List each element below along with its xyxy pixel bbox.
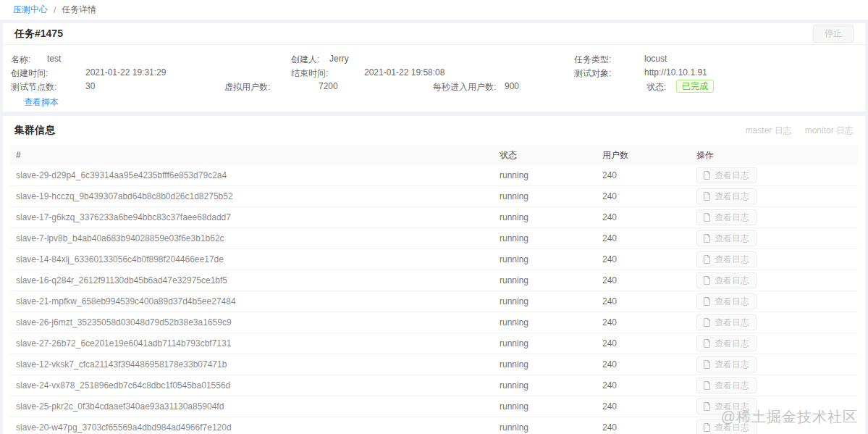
slave-users-cell: 240	[597, 338, 691, 349]
view-log-label: 查看日志	[715, 191, 749, 202]
view-log-button[interactable]: 查看日志	[696, 188, 757, 204]
slave-name-cell: slave-20-w47pg_3703cf65569a4dbd984ad4966…	[10, 422, 494, 433]
view-log-button[interactable]: 查看日志	[696, 314, 757, 330]
breadcrumb-separator: /	[54, 5, 56, 15]
view-log-label: 查看日志	[715, 233, 749, 244]
table-row: slave-21-mpfkw_658eb994539c400a89d37d4b5…	[10, 291, 858, 312]
view-log-button[interactable]: 查看日志	[696, 398, 757, 414]
view-log-button[interactable]: 查看日志	[696, 335, 757, 351]
slave-status-cell: running	[494, 191, 597, 201]
file-icon	[704, 339, 711, 348]
slave-users-cell: 240	[597, 254, 691, 264]
slave-users-cell: 240	[597, 422, 691, 433]
slave-users-cell: 240	[597, 212, 691, 222]
field-test-nodes-value: 30	[85, 81, 95, 91]
monitor-log-button[interactable]: monitor 日志	[805, 125, 854, 137]
file-icon	[704, 255, 711, 264]
view-log-button[interactable]: 查看日志	[696, 377, 757, 393]
master-log-button[interactable]: master 日志	[746, 125, 792, 137]
field-users-per-sec-label: 每秒进入用户数:	[433, 81, 496, 93]
slave-name-cell: slave-16-q284r_2612f91130db45b6ad47e3297…	[10, 275, 494, 285]
file-icon	[704, 171, 711, 180]
table-row: slave-20-w47pg_3703cf65569a4dbd984ad4966…	[10, 417, 858, 434]
table-row: slave-17-g6kzq_3376233a6be94bbc83c37faee…	[10, 207, 858, 228]
view-log-label: 查看日志	[715, 296, 749, 307]
table-row: slave-27-26b72_6ce201e19e6041adb7114b793…	[10, 333, 858, 354]
slave-name-cell: slave-26-j6mzt_35235058d03048d79d52b38e3…	[10, 317, 494, 327]
view-log-button[interactable]: 查看日志	[696, 272, 757, 288]
slave-users-cell: 240	[597, 275, 691, 285]
slave-status-cell: running	[494, 212, 597, 222]
view-log-label: 查看日志	[715, 212, 749, 223]
slave-status-cell: running	[494, 380, 597, 391]
field-task-type-label: 任务类型:	[574, 54, 611, 66]
slave-status-cell: running	[494, 338, 597, 349]
slave-name-cell: slave-19-hcczq_9b439307abd64b8c8b0d26c1d…	[10, 191, 494, 201]
task-detail-card: 任务#1475 停止 名称: test 创建人: Jerry 任务类型: loc…	[3, 23, 865, 112]
field-create-time-value: 2021-01-22 19:31:29	[85, 67, 166, 78]
field-test-target-label: 测试对象:	[574, 67, 611, 80]
table-row: slave-26-j6mzt_35235058d03048d79d52b38e3…	[10, 312, 858, 333]
field-task-type-value: locust	[644, 54, 667, 64]
view-log-button[interactable]: 查看日志	[696, 293, 757, 309]
breadcrumb-current: 任务详情	[62, 4, 96, 16]
view-log-label: 查看日志	[715, 359, 749, 370]
slave-status-cell: running	[494, 401, 597, 412]
field-virtual-users-value: 7200	[319, 81, 338, 91]
view-log-button[interactable]: 查看日志	[696, 167, 757, 183]
file-icon	[704, 423, 711, 432]
field-end-time-value: 2021-01-22 19:58:08	[364, 67, 444, 78]
field-test-target-value: http://10.10.1.91	[644, 67, 707, 78]
field-name-label: 名称:	[11, 54, 30, 66]
view-log-button[interactable]: 查看日志	[696, 420, 757, 434]
stop-button[interactable]: 停止	[813, 25, 854, 43]
field-status-label: 状态:	[646, 81, 666, 93]
view-log-button[interactable]: 查看日志	[696, 209, 757, 225]
view-log-button[interactable]: 查看日志	[696, 230, 757, 246]
table-row: slave-14-84xlj_63360133056c4b0f898f20446…	[10, 249, 858, 270]
table-row: slave-12-vksk7_cfca21143f394486958178e33…	[10, 354, 858, 375]
view-script-link[interactable]: 查看脚本	[24, 96, 59, 109]
col-header-status: 状态	[494, 149, 597, 162]
col-header-action: 操作	[691, 149, 858, 162]
field-virtual-users-label: 虚拟用户数:	[224, 81, 270, 93]
view-log-label: 查看日志	[715, 380, 749, 391]
field-creator-label: 创建人:	[291, 54, 319, 66]
file-icon	[704, 360, 711, 369]
table-row: slave-19-hcczq_9b439307abd64b8c8b0d26c1d…	[10, 186, 858, 207]
slave-name-cell: slave-24-vx878_251896edb7c64c8dbc1f0545b…	[10, 380, 494, 391]
field-test-nodes-label: 测试节点数:	[11, 81, 56, 93]
file-icon	[704, 318, 711, 327]
breadcrumb-link-center[interactable]: 压测中心	[13, 4, 48, 16]
slave-users-cell: 240	[597, 296, 691, 306]
slave-name-cell: slave-27-26b72_6ce201e19e6041adb7114b793…	[10, 338, 494, 349]
slave-users-cell: 240	[597, 233, 691, 243]
slave-name-cell: slave-17-g6kzq_3376233a6be94bbc83c37faee…	[10, 212, 494, 222]
field-users-per-sec-value: 900	[505, 81, 519, 91]
col-header-users: 用户数	[597, 149, 691, 162]
table-body: slave-29-d29p4_6c39314aa95e4235bfff6e853…	[10, 165, 858, 434]
slave-name-cell: slave-7-lpv8b_b4ab40a683b94028859e03f6e3…	[10, 233, 494, 243]
slave-users-cell: 240	[597, 401, 691, 412]
slave-name-cell: slave-29-d29p4_6c39314aa95e4235bfff6e853…	[10, 170, 494, 180]
slave-status-cell: running	[494, 275, 597, 285]
slave-status-cell: running	[494, 359, 597, 370]
breadcrumb: 压测中心 / 任务详情	[0, 0, 868, 20]
slave-status-cell: running	[494, 233, 597, 243]
cluster-info-card: 集群信息 master 日志 monitor 日志 # 状态 用户数 操作 sl…	[3, 116, 865, 434]
slave-name-cell: slave-12-vksk7_cfca21143f394486958178e33…	[10, 359, 494, 370]
view-log-label: 查看日志	[715, 401, 749, 412]
cluster-table: # 状态 用户数 操作 slave-29-d29p4_6c39314aa95e4…	[10, 145, 858, 434]
status-badge-wrap: 已完成	[676, 81, 714, 94]
view-log-button[interactable]: 查看日志	[696, 356, 757, 372]
status-badge: 已完成	[676, 80, 714, 93]
view-log-button[interactable]: 查看日志	[696, 251, 757, 267]
col-header-name: #	[10, 150, 494, 160]
field-name-value: test	[47, 54, 61, 64]
slave-status-cell: running	[494, 317, 597, 327]
table-row: slave-24-vx878_251896edb7c64c8dbc1f0545b…	[10, 375, 858, 396]
file-icon	[704, 297, 711, 306]
table-row: slave-16-q284r_2612f91130db45b6ad47e3297…	[10, 270, 858, 291]
slave-status-cell: running	[494, 422, 597, 433]
slave-status-cell: running	[494, 170, 597, 180]
